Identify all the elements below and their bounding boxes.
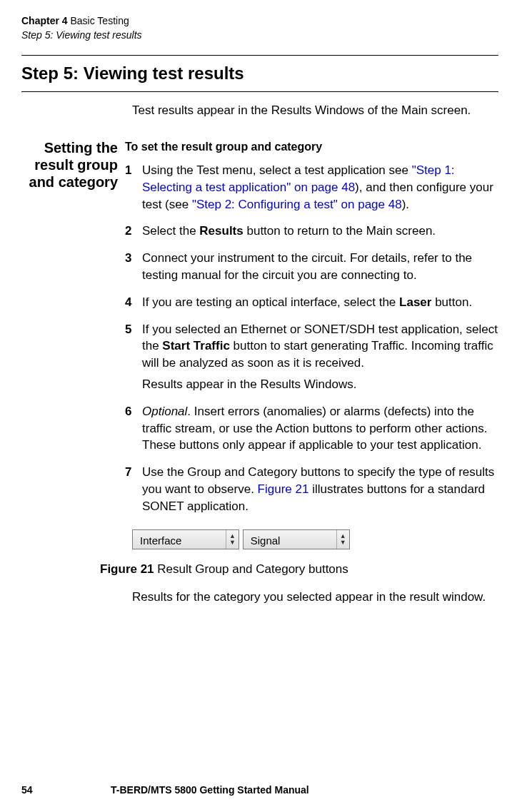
sidebar-heading: Setting the result group and category [21,139,125,191]
figure-image: Interface ▲▼ Signal ▲▼ [132,529,498,549]
step-text: button to return to the Main screen. [244,224,436,238]
laser-button-ref: Laser [399,295,431,309]
step-7: 7 Use the Group and Category buttons to … [125,464,498,514]
step-text: button. [431,295,472,309]
header-chapter-line: Chapter 4 Basic Testing [21,14,498,29]
page-number: 54 [21,783,111,798]
step-number: 7 [125,464,142,514]
step-number: 4 [125,294,142,311]
header-step-line: Step 5: Viewing test results [21,29,498,43]
header-divider [21,55,498,56]
manual-title: T-BERD/MTS 5800 Getting Started Manual [111,783,309,798]
step-text: . Insert errors (anomalies) or alarms (d… [142,405,487,452]
step-body: Select the Results button to return to t… [142,223,498,240]
step-body: Use the Group and Category buttons to sp… [142,464,498,514]
link-figure21[interactable]: Figure 21 [258,482,309,496]
updown-arrows-icon: ▲▼ [226,530,239,549]
step-3: 3 Connect your instrument to the circuit… [125,250,498,284]
post-figure-paragraph: Results for the category you selected ap… [132,589,498,606]
page-header: Chapter 4 Basic Testing Step 5: Viewing … [21,14,498,42]
page-footer: 54 T-BERD/MTS 5800 Getting Started Manua… [21,783,498,798]
category-dropdown[interactable]: Signal ▲▼ [243,529,350,549]
step-text: If you are testing an optical interface,… [142,295,399,309]
step-body: Connect your instrument to the circuit. … [142,250,498,284]
procedure-subhead: To set the result group and category [125,139,498,155]
updown-arrows-icon: ▲▼ [336,530,349,549]
step-body: Optional. Insert errors (anomalies) or a… [142,403,498,454]
step-2: 2 Select the Results button to return to… [125,223,498,240]
step-text: Using the Test menu, select a test appli… [142,163,412,177]
step-number: 6 [125,403,142,454]
step-followup: Results appear in the Results Windows. [142,376,498,393]
step-6: 6 Optional. Insert errors (anomalies) or… [125,403,498,454]
step-body: If you are testing an optical interface,… [142,294,498,311]
step-text: ). [402,198,409,211]
category-dropdown-label: Signal [244,530,336,549]
step-number: 2 [125,223,142,240]
step-1: 1 Using the Test menu, select a test app… [125,162,498,213]
step-number: 1 [125,162,142,213]
chapter-title: Basic Testing [70,15,129,26]
figure-label: Figure 21 [100,562,154,576]
results-button-ref: Results [199,224,243,238]
start-traffic-button-ref: Start Traffic [162,339,229,352]
step-number: 5 [125,321,142,393]
step-body: If you selected an Ethernet or SONET/SDH… [142,321,498,393]
step-5: 5 If you selected an Ethernet or SONET/S… [125,321,498,393]
step-number: 3 [125,250,142,284]
step-body: Using the Test menu, select a test appli… [142,162,498,213]
step-text: Select the [142,224,199,238]
chapter-label: Chapter 4 [21,15,68,26]
link-step2[interactable]: "Step 2: Configuring a test" on page 48 [192,198,402,211]
figure-caption: Figure 21 Result Group and Category butt… [100,561,498,578]
intro-paragraph: Test results appear in the Results Windo… [132,102,498,119]
group-dropdown-label: Interface [133,530,226,549]
optional-label: Optional [142,405,187,418]
figure-caption-text: Result Group and Category buttons [157,562,348,576]
group-dropdown[interactable]: Interface ▲▼ [132,529,239,549]
section-title: Step 5: Viewing test results [21,61,498,92]
step-4: 4 If you are testing an optical interfac… [125,294,498,311]
